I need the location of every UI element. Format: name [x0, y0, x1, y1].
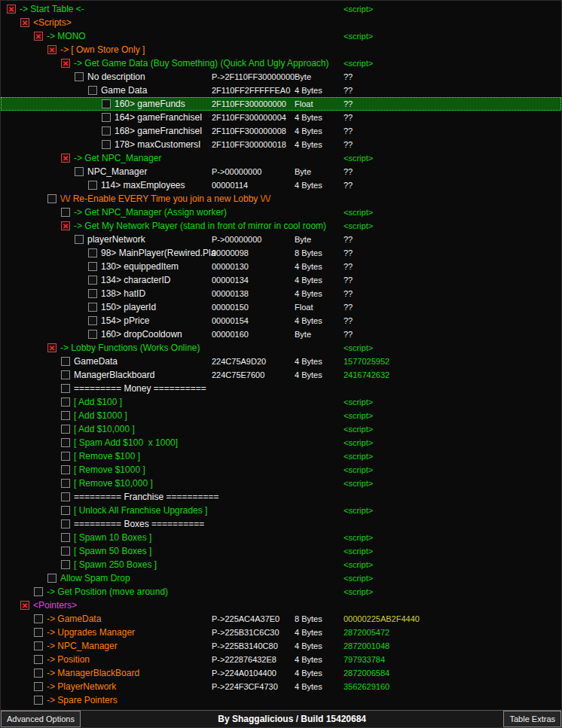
checkbox-unchecked-icon[interactable]: [61, 519, 70, 528]
checkbox-unchecked-icon[interactable]: [61, 438, 70, 447]
table-row[interactable]: GameData224C75A9D204 Bytes1577025952: [1, 355, 561, 368]
table-row[interactable]: [ Spawn 250 Boxes ]<script>: [1, 558, 561, 571]
checkbox-unchecked-icon[interactable]: [88, 181, 97, 190]
table-row[interactable]: -> Upgrades ManagerP->225B31C6C304 Bytes…: [1, 626, 561, 639]
checkbox-unchecked-icon[interactable]: [61, 384, 70, 393]
checkbox-unchecked-icon[interactable]: [88, 248, 97, 257]
checkbox-checked-icon[interactable]: ✕: [61, 154, 70, 163]
table-row[interactable]: -> PositionP->222876432E84 Bytes79793378…: [1, 653, 561, 666]
table-row[interactable]: ========= Boxes ==========: [1, 517, 561, 531]
checkbox-unchecked-icon[interactable]: [61, 425, 70, 434]
table-row[interactable]: ✕-> MONO<script>: [1, 29, 561, 43]
checkbox-checked-icon[interactable]: ✕: [34, 32, 43, 41]
checkbox-unchecked-icon[interactable]: [34, 614, 43, 623]
checkbox-unchecked-icon[interactable]: [88, 276, 97, 285]
checkbox-checked-icon[interactable]: ✕: [61, 59, 70, 68]
table-row[interactable]: NPC_ManagerP->00000000Byte??: [1, 165, 561, 178]
table-row[interactable]: 130> equippedItem000001304 Bytes??: [1, 260, 561, 273]
table-row[interactable]: ========= Franchise ==========: [1, 490, 561, 504]
checkbox-unchecked-icon[interactable]: [102, 140, 111, 149]
checkbox-unchecked-icon[interactable]: [61, 506, 70, 515]
table-row[interactable]: 164> gameFranchiseI2F110FF3000000044 Byt…: [1, 111, 561, 124]
table-row[interactable]: 134> characterID000001344 Bytes??: [1, 273, 561, 287]
checkbox-unchecked-icon[interactable]: [61, 411, 70, 420]
table-row[interactable]: [ Add $100 ]<script>: [1, 395, 561, 409]
table-row[interactable]: ✕-> Get My Network Player (stand in fron…: [1, 219, 561, 233]
table-row[interactable]: -> GameDataP->225AC4A37E08 Bytes00000225…: [1, 612, 561, 626]
checkbox-unchecked-icon[interactable]: [34, 655, 43, 664]
checkbox-checked-icon[interactable]: ✕: [47, 343, 57, 352]
checkbox-unchecked-icon[interactable]: [34, 587, 43, 596]
table-row[interactable]: 138> hatID000001384 Bytes??: [1, 287, 561, 300]
checkbox-unchecked-icon[interactable]: [75, 235, 84, 244]
table-row[interactable]: [ Spawn 10 Boxes ]<script>: [1, 531, 561, 544]
checkbox-unchecked-icon[interactable]: [34, 696, 43, 705]
table-row[interactable]: -> Get NPC_Manager (Assign worker)<scrip…: [1, 206, 561, 219]
table-row[interactable]: ✕-> [ Own Store Only ]: [1, 43, 561, 56]
checkbox-unchecked-icon[interactable]: [61, 533, 70, 542]
table-row[interactable]: -> Spare Pointers: [1, 693, 561, 707]
checkbox-unchecked-icon[interactable]: [47, 194, 57, 203]
checkbox-unchecked-icon[interactable]: [61, 357, 70, 366]
table-row-selected[interactable]: 160> gameFunds2F110FF300000000Float??: [1, 97, 561, 111]
checkbox-unchecked-icon[interactable]: [34, 669, 43, 678]
table-row[interactable]: [ Spam Add $100 x 1000]<script>: [1, 436, 561, 449]
table-row[interactable]: Allow Spam Drop<script>: [1, 571, 561, 585]
checkbox-unchecked-icon[interactable]: [47, 574, 57, 583]
checkbox-checked-icon[interactable]: ✕: [47, 45, 57, 54]
table-row[interactable]: 98> MainPlayer(Rewired.Pla000000988 Byte…: [1, 246, 561, 260]
checkbox-unchecked-icon[interactable]: [88, 86, 97, 95]
checkbox-unchecked-icon[interactable]: [34, 682, 43, 691]
table-row[interactable]: \/\/ Re-Enable EVERY Time you join a new…: [1, 192, 561, 206]
table-row[interactable]: 114> maxEmployees000001144 Bytes??: [1, 178, 561, 192]
checkbox-unchecked-icon[interactable]: [61, 547, 70, 556]
checkbox-unchecked-icon[interactable]: [34, 641, 43, 650]
table-row[interactable]: 160> dropCooldown00000160Byte??: [1, 327, 561, 341]
table-row[interactable]: No descriptionP->2F110FF300000000Byte??: [1, 70, 561, 84]
table-row[interactable]: 154> pPrice000001544 Bytes??: [1, 314, 561, 327]
table-row[interactable]: ✕-> Get NPC_Manager<script>: [1, 151, 561, 165]
table-row[interactable]: 168> gameFranchiseI2F110FF3000000084 Byt…: [1, 124, 561, 138]
checkbox-unchecked-icon[interactable]: [61, 465, 70, 474]
table-row[interactable]: ✕-> Get Game Data (Buy Something) (Quick…: [1, 56, 561, 70]
table-row[interactable]: Game Data2F110FF2FFFFFEA04 Bytes??: [1, 84, 561, 97]
table-row[interactable]: [ Add $1000 ]<script>: [1, 409, 561, 422]
table-row[interactable]: ✕-> Lobby Functions (Works Online)<scrip…: [1, 341, 561, 355]
table-row[interactable]: [ Spawn 50 Boxes ]<script>: [1, 544, 561, 558]
table-row[interactable]: ✕-> Start Table <-<script>: [1, 2, 561, 16]
checkbox-unchecked-icon[interactable]: [88, 316, 97, 325]
checkbox-unchecked-icon[interactable]: [102, 113, 111, 122]
checkbox-unchecked-icon[interactable]: [88, 330, 97, 339]
checkbox-unchecked-icon[interactable]: [75, 167, 84, 176]
checkbox-unchecked-icon[interactable]: [102, 99, 111, 108]
checkbox-unchecked-icon[interactable]: [102, 126, 111, 136]
table-row[interactable]: ✕<Scripts>: [1, 16, 561, 29]
checkbox-unchecked-icon[interactable]: [88, 303, 97, 312]
checkbox-checked-icon[interactable]: ✕: [61, 221, 70, 230]
table-extras-button[interactable]: Table Extras: [503, 711, 561, 727]
table-row[interactable]: -> PlayerNetworkP->224F3CF47304 Bytes356…: [1, 680, 561, 693]
table-row[interactable]: -> ManagerBlackBoardP->224A01044004 Byte…: [1, 666, 561, 680]
table-row[interactable]: -> Get Position (move around)<script>: [1, 585, 561, 599]
checkbox-unchecked-icon[interactable]: [88, 289, 97, 298]
checkbox-unchecked-icon[interactable]: [61, 370, 70, 379]
checkbox-checked-icon[interactable]: ✕: [20, 601, 29, 610]
table-row[interactable]: ✕<Pointers>: [1, 599, 561, 612]
table-row[interactable]: [ Add $10,000 ]<script>: [1, 422, 561, 436]
table-row[interactable]: [ Remove $1000 ]<script>: [1, 463, 561, 477]
table-row[interactable]: 150> playerId00000150Float??: [1, 300, 561, 314]
checkbox-unchecked-icon[interactable]: [75, 72, 84, 81]
checkbox-unchecked-icon[interactable]: [61, 398, 70, 407]
table-row[interactable]: 178> maxCustomersI2F110FF3000000184 Byte…: [1, 138, 561, 151]
checkbox-checked-icon[interactable]: ✕: [20, 18, 29, 27]
checkbox-unchecked-icon[interactable]: [88, 262, 97, 271]
checkbox-unchecked-icon[interactable]: [61, 452, 70, 461]
table-row[interactable]: ========= Money ==========: [1, 382, 561, 395]
table-row[interactable]: [ Remove $10,000 ]<script>: [1, 477, 561, 490]
table-row[interactable]: [ Unlock All Franchise Upgrades ]<script…: [1, 504, 561, 517]
checkbox-unchecked-icon[interactable]: [61, 479, 70, 488]
checkbox-unchecked-icon[interactable]: [61, 208, 70, 217]
advanced-options-button[interactable]: Advanced Options: [1, 711, 81, 727]
table-row[interactable]: ManagerBlackboard224C75E76004 Bytes24167…: [1, 368, 561, 382]
checkbox-unchecked-icon[interactable]: [61, 560, 70, 569]
